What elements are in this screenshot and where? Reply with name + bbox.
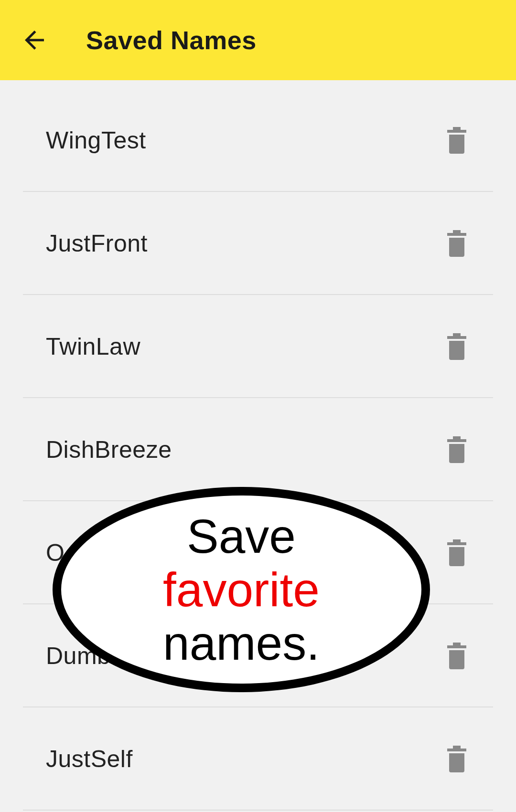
list-item[interactable]: DishBreeze	[0, 398, 516, 501]
delete-button[interactable]	[443, 436, 470, 463]
name-label: DishBreeze	[46, 436, 172, 464]
list-item[interactable]: JustSelf	[0, 707, 516, 811]
svg-rect-0	[447, 130, 466, 133]
svg-rect-7	[453, 436, 461, 439]
delete-button[interactable]	[443, 230, 470, 257]
svg-rect-5	[453, 333, 461, 336]
name-label: JustFront	[46, 230, 148, 257]
svg-rect-6	[447, 439, 466, 442]
trash-icon	[445, 643, 468, 669]
list-item[interactable]: WingTest	[0, 89, 516, 192]
page-title: Saved Names	[86, 25, 257, 55]
svg-rect-8	[447, 542, 466, 545]
svg-rect-4	[447, 336, 466, 339]
app-header: Saved Names	[0, 0, 516, 80]
delete-button[interactable]	[443, 539, 470, 566]
list-item[interactable]: JustFront	[0, 192, 516, 295]
trash-icon	[445, 539, 468, 566]
delete-button[interactable]	[443, 643, 470, 669]
svg-rect-10	[447, 645, 466, 648]
trash-icon	[445, 127, 468, 154]
svg-rect-11	[453, 643, 461, 645]
trash-icon	[445, 746, 468, 772]
delete-button[interactable]	[443, 746, 470, 772]
back-button[interactable]	[20, 26, 49, 54]
svg-rect-3	[453, 230, 461, 233]
annotation-line-2: favorite	[163, 563, 320, 616]
svg-rect-9	[453, 539, 461, 542]
delete-button[interactable]	[443, 333, 470, 360]
saved-names-list: WingTest JustFront TwinLaw	[0, 80, 516, 811]
trash-icon	[445, 333, 468, 360]
svg-rect-2	[447, 233, 466, 236]
trash-icon	[445, 230, 468, 257]
svg-rect-12	[447, 749, 466, 751]
annotation-callout: Save favorite names.	[53, 487, 430, 692]
trash-icon	[445, 436, 468, 463]
arrow-left-icon	[20, 26, 49, 54]
name-label: WingTest	[46, 127, 146, 154]
list-item[interactable]: TwinLaw	[0, 295, 516, 398]
delete-button[interactable]	[443, 127, 470, 154]
svg-rect-1	[453, 127, 461, 130]
svg-rect-13	[453, 746, 461, 749]
name-label: TwinLaw	[46, 333, 140, 360]
name-label: JustSelf	[46, 745, 133, 773]
annotation-line-1: Save	[187, 509, 296, 563]
annotation-line-3: names.	[163, 616, 320, 670]
